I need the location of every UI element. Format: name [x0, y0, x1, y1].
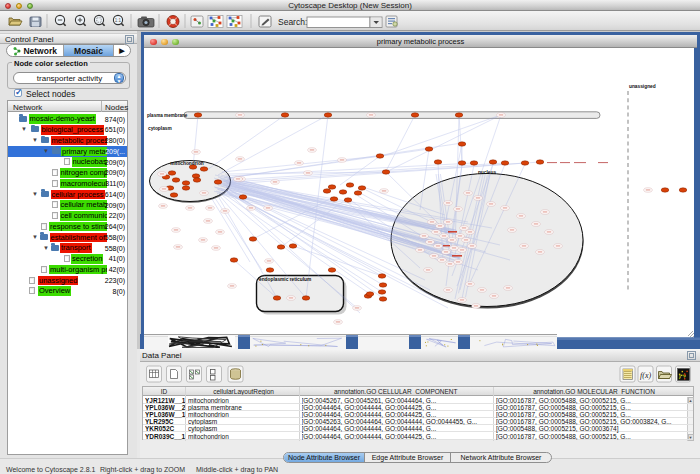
svg-text:unassigned: unassigned [629, 84, 656, 89]
svg-text:mitochondrion: mitochondrion [170, 161, 204, 166]
svg-text:Search:: Search: [278, 17, 307, 27]
svg-text:cytoplasm: cytoplasm [148, 126, 172, 131]
svg-text:nucleus: nucleus [478, 170, 496, 175]
svg-text:plasma membrane: plasma membrane [147, 113, 188, 118]
svg-text:f(x): f(x) [640, 371, 651, 380]
svg-text:endoplasmic reticulum: endoplasmic reticulum [259, 277, 311, 282]
svg-text:1:1: 1:1 [115, 18, 122, 23]
